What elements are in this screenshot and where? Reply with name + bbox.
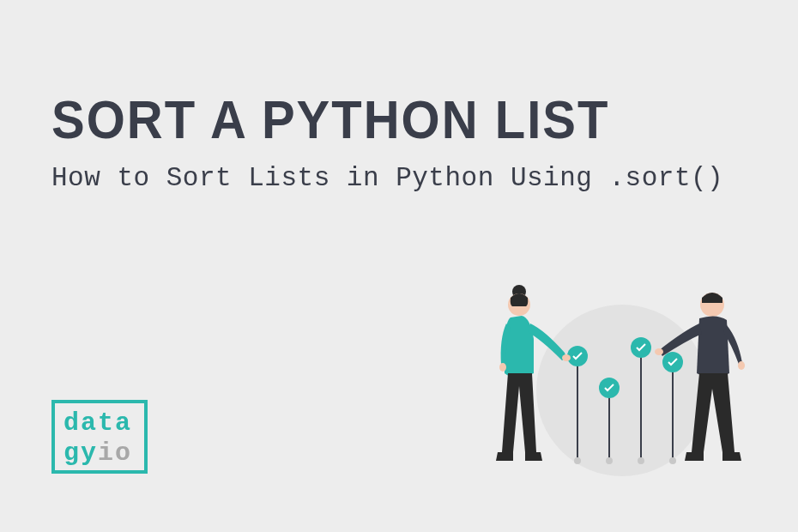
- page-title: SORT A PYTHON LIST: [51, 92, 747, 147]
- svg-point-4: [606, 457, 613, 464]
- page-subtitle: How to Sort Lists in Python Using .sort(…: [51, 160, 747, 198]
- logo-line1: data: [63, 408, 136, 438]
- svg-point-14: [499, 363, 506, 372]
- bg-circle: [536, 305, 708, 476]
- svg-point-17: [655, 348, 663, 355]
- svg-point-10: [669, 457, 676, 464]
- logo-line2: gyio: [63, 438, 136, 469]
- svg-point-1: [574, 457, 581, 464]
- brand-logo: data gyio: [51, 400, 148, 474]
- svg-point-18: [738, 361, 745, 370]
- people-illustration: [472, 262, 755, 485]
- svg-point-15: [562, 354, 571, 361]
- svg-point-7: [638, 457, 644, 464]
